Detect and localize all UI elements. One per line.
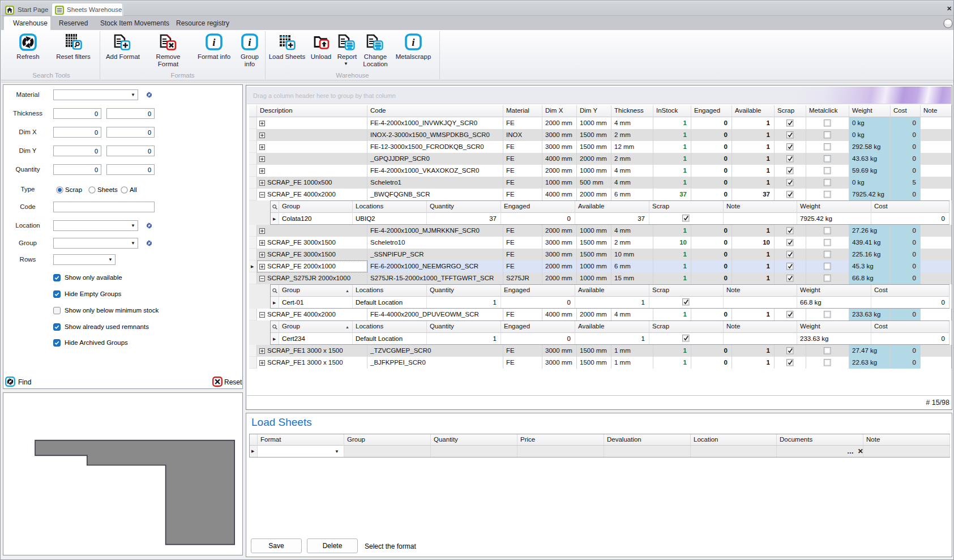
svg-text:i: i xyxy=(412,36,415,48)
svg-text:i: i xyxy=(248,36,251,48)
svg-text:i: i xyxy=(212,36,216,48)
